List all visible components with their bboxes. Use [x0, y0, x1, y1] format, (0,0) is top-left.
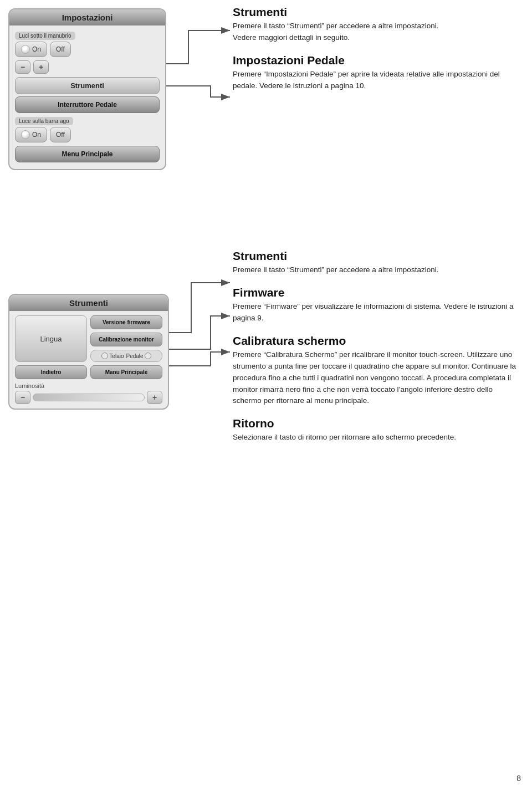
right-bottom-text: Strumenti Premere il tasto “Strumenti” p…: [233, 249, 521, 453]
strumenti2-text: Premere il tasto “Strumenti” per acceder…: [233, 264, 521, 276]
strumenti2-section: Strumenti Premere il tasto “Strumenti” p…: [233, 249, 521, 276]
firmware-heading: Firmware: [233, 286, 521, 299]
calibratura-text: Premere “Calibratura Schermo” per ricali…: [233, 349, 521, 407]
pedale-radio[interactable]: Pedale: [126, 353, 151, 359]
telaio-radio-dot: [101, 353, 108, 359]
luminosita-slider[interactable]: [33, 394, 145, 401]
on2-label: On: [32, 131, 41, 139]
ritorno-heading: Ritorno: [233, 417, 521, 430]
pedale-radio-dot: [145, 353, 151, 359]
luminosita-slider-row: − +: [15, 391, 162, 404]
luminosita-section: Luminosità − +: [15, 382, 162, 404]
strumenti-text: Premere il tasto “Strumenti” per acceder…: [233, 21, 521, 44]
bulb-icon: [21, 45, 30, 54]
ritorno-section: Ritorno Selezionare il tasto di ritorno …: [233, 417, 521, 443]
ritorno-text: Selezionare il tasto di ritorno per rito…: [233, 432, 521, 443]
impostazioni-pedale-heading: Impostazioni Pedale: [233, 54, 521, 67]
calibrazione-monitor-button[interactable]: Calibrazione monitor: [90, 333, 162, 346]
strumenti-panel: Strumenti Lingua Versione firmware Calib…: [8, 294, 169, 410]
off-label: Off: [56, 45, 65, 53]
luci-manubrio-off-button[interactable]: Off: [50, 42, 71, 57]
menu-principale-button[interactable]: Menu Principale: [15, 146, 160, 162]
strumenti2-heading: Strumenti: [233, 249, 521, 263]
versione-firmware-button[interactable]: Versione firmware: [90, 315, 162, 329]
manu-principale-button[interactable]: Manu Principale: [90, 365, 162, 379]
strumenti-grid: Lingua Versione firmware Calibrazione mo…: [15, 315, 162, 379]
calibratura-heading: Calibratura schermo: [233, 334, 521, 348]
lingua-button[interactable]: Lingua: [15, 315, 87, 362]
off2-label: Off: [56, 131, 65, 139]
impostazioni-pedale-section: Impostazioni Pedale Premere “Impostazion…: [233, 54, 521, 92]
minus-button[interactable]: −: [15, 60, 30, 74]
luce-barra-label: Luce sulla barra ago: [15, 117, 73, 125]
lum-minus-button[interactable]: −: [15, 391, 30, 404]
calibratura-section: Calibratura schermo Premere “Calibratura…: [233, 334, 521, 407]
strumenti-panel-title: Strumenti: [9, 295, 168, 311]
impostazioni-pedale-text: Premere “Impostazioni Pedale” per aprire…: [233, 69, 521, 92]
firmware-text: Premere “Firmware” per visualizzare le i…: [233, 301, 521, 324]
strumenti-heading: Strumenti: [233, 6, 521, 19]
luci-manubrio-section: Luci sotto il manubrio On Off − +: [15, 30, 160, 74]
plus-button[interactable]: +: [33, 60, 49, 74]
luci-manubrio-label: Luci sotto il manubrio: [15, 32, 75, 40]
luci-manubrio-on-off: On Off: [15, 42, 160, 57]
bulb2-icon: [21, 130, 30, 139]
luce-barra-on-button[interactable]: On: [15, 127, 47, 142]
right-top-text: Strumenti Premere il tasto “Strumenti” p…: [233, 6, 521, 102]
strumenti-section: Strumenti Premere il tasto “Strumenti” p…: [233, 6, 521, 44]
luce-barra-off-button[interactable]: Off: [50, 127, 71, 142]
luce-barra-section: Luce sulla barra ago On Off: [15, 115, 160, 142]
luminosita-label: Luminosità: [15, 382, 162, 389]
luce-barra-on-off: On Off: [15, 127, 160, 142]
luci-manubrio-on-button[interactable]: On: [15, 42, 47, 57]
impostazioni-panel-title: Impostazioni: [9, 9, 165, 25]
firmware-section: Firmware Premere “Firmware” per visualiz…: [233, 286, 521, 324]
page-number: 8: [516, 774, 521, 783]
telaio-radio[interactable]: Telaio: [101, 353, 124, 359]
impostazioni-panel: Impostazioni Luci sotto il manubrio On O…: [8, 8, 166, 170]
indietro-button[interactable]: Indietro: [15, 365, 87, 379]
interruttore-pedale-button[interactable]: Interruttore Pedale: [15, 96, 160, 113]
strumenti-button[interactable]: Strumenti: [15, 77, 160, 94]
on-label: On: [32, 45, 41, 53]
lum-plus-button[interactable]: +: [147, 391, 162, 404]
telaio-label: Telaio: [109, 353, 124, 359]
pedale-label: Pedale: [126, 353, 144, 359]
minus-plus-row: − +: [15, 60, 160, 74]
telaio-pedale-row: Telaio Pedale: [90, 350, 162, 362]
